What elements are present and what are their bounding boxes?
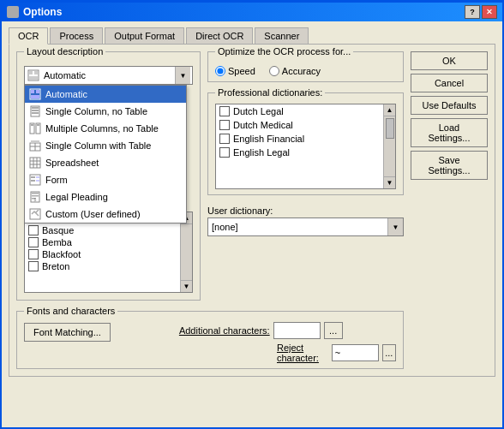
lang-basque-checkbox[interactable]: [28, 225, 39, 235]
svg-rect-28: [31, 180, 35, 182]
layout-option-spreadsheet[interactable]: Spreadsheet: [25, 154, 186, 171]
close-button[interactable]: ✕: [482, 5, 497, 19]
tab-ocr[interactable]: OCR: [9, 27, 48, 45]
dict-scroll-down[interactable]: ▼: [384, 176, 395, 188]
tab-scanner[interactable]: Scanner: [255, 27, 309, 45]
optimize-speed-label[interactable]: Speed: [215, 66, 255, 76]
user-dict-value: [none]: [212, 222, 238, 232]
svg-rect-11: [32, 112, 39, 114]
main-layout: Layout description Automatic: [16, 51, 488, 369]
svg-rect-27: [36, 176, 39, 178]
right-buttons: OK Cancel Use Defaults Load Settings... …: [411, 51, 488, 369]
font-matching-button[interactable]: Font Matching...: [24, 323, 111, 342]
dict-english-financial-label: English Financial: [233, 134, 304, 144]
fonts-title: Fonts and characters: [24, 306, 117, 316]
layout-selected: Automatic: [44, 70, 171, 80]
lang-basque-label: Basque: [42, 225, 74, 235]
lang-breton[interactable]: Breton: [25, 260, 192, 272]
optimize-accuracy-label[interactable]: Accuracy: [269, 66, 321, 76]
use-defaults-button[interactable]: Use Defaults: [411, 96, 488, 115]
dict-scroll-thumb: [386, 118, 394, 139]
dict-scrollbar[interactable]: ▲ ▼: [383, 104, 395, 188]
svg-rect-2: [34, 71, 38, 74]
dict-english-legal[interactable]: English Legal: [216, 146, 395, 159]
single-table-icon: [28, 139, 42, 152]
scroll-down-btn[interactable]: ▼: [181, 280, 192, 292]
layout-option-automatic[interactable]: Automatic: [25, 86, 186, 103]
svg-rect-29: [36, 180, 39, 182]
save-settings-button[interactable]: Save Settings...: [411, 151, 488, 180]
dict-dutch-medical-checkbox[interactable]: [219, 120, 230, 130]
dict-english-financial[interactable]: English Financial: [216, 132, 395, 146]
layout-auto-label: Automatic: [45, 89, 87, 99]
svg-rect-3: [29, 76, 38, 80]
user-dict-arrow: ▼: [393, 223, 399, 231]
content-area: OCR Process Output Format Direct OCR Sca…: [2, 21, 502, 382]
user-dict-label: User dictionary:: [207, 206, 404, 216]
svg-rect-9: [32, 107, 39, 109]
svg-rect-7: [31, 95, 39, 98]
svg-rect-14: [31, 124, 33, 126]
tab-process[interactable]: Process: [50, 27, 103, 45]
optimize-accuracy-text: Accuracy: [282, 66, 321, 76]
dict-english-legal-checkbox[interactable]: [219, 147, 230, 158]
optimize-speed-radio[interactable]: [215, 66, 225, 76]
svg-rect-1: [29, 71, 33, 74]
dict-dutch-legal-label: Dutch Legal: [233, 106, 284, 116]
layout-icon: [27, 69, 40, 82]
custom-icon: [28, 207, 42, 221]
layout-option-legal[interactable]: $ Legal Pleading: [25, 188, 186, 206]
ok-button[interactable]: OK: [411, 51, 488, 70]
layout-dropdown-list: Automatic Single Column, no Table: [24, 85, 187, 223]
dict-dutch-medical-label: Dutch Medical: [233, 120, 293, 130]
lang-blackfoot[interactable]: Blackfoot: [25, 248, 192, 260]
lang-blackfoot-checkbox[interactable]: [28, 249, 39, 259]
reject-char-label: Reject character:: [277, 343, 328, 363]
multi-col-icon: [28, 122, 42, 135]
optimize-speed-text: Speed: [228, 66, 255, 76]
layout-option-single-table[interactable]: Single Column with Table: [25, 137, 186, 154]
svg-rect-15: [37, 124, 39, 126]
optimize-accuracy-radio[interactable]: [269, 66, 279, 76]
user-dict-dropdown-btn[interactable]: ▼: [387, 218, 403, 235]
svg-rect-10: [32, 110, 39, 111]
window-title: Options: [23, 6, 62, 18]
dict-dutch-legal[interactable]: Dutch Legal: [216, 104, 395, 118]
additional-chars-browse-btn[interactable]: ...: [324, 322, 343, 339]
single-col-icon: [28, 104, 42, 118]
layout-option-form[interactable]: Form: [25, 171, 186, 188]
dict-list: Dutch Legal Dutch Medical English Financ…: [215, 104, 396, 189]
reject-char-browse-btn[interactable]: ...: [382, 344, 396, 361]
lang-basque[interactable]: Basque: [25, 224, 192, 236]
tab-output-format[interactable]: Output Format: [105, 27, 184, 45]
additional-chars-label: Additional characters:: [179, 325, 270, 336]
load-settings-button[interactable]: Load Settings...: [411, 118, 488, 147]
svg-rect-26: [31, 176, 35, 178]
cancel-button[interactable]: Cancel: [411, 74, 488, 92]
auto-layout-icon: [28, 87, 42, 101]
dict-english-financial-checkbox[interactable]: [219, 134, 230, 144]
lang-bemba[interactable]: Bemba: [25, 236, 192, 248]
layout-option-custom[interactable]: Custom (User defined): [25, 206, 186, 223]
form-icon: [28, 173, 42, 187]
tab-bar: OCR Process Output Format Direct OCR Sca…: [9, 27, 495, 44]
layout-option-multi-col[interactable]: Multiple Columns, no Table: [25, 120, 186, 137]
layout-dropdown[interactable]: Automatic ▼: [24, 66, 193, 85]
lang-scrollbar[interactable]: ▲ ▼: [180, 212, 192, 292]
spreadsheet-icon: [28, 156, 42, 170]
lang-bemba-label: Bemba: [42, 237, 72, 247]
lang-breton-checkbox[interactable]: [28, 261, 39, 271]
dict-dutch-medical[interactable]: Dutch Medical: [216, 118, 395, 132]
additional-chars-input[interactable]: [273, 322, 321, 339]
dict-scroll-up[interactable]: ▲: [384, 104, 395, 116]
window-icon: [7, 6, 19, 18]
lang-bemba-checkbox[interactable]: [28, 237, 39, 247]
optimize-section: Optimize the OCR process for... Speed Ac…: [207, 51, 404, 82]
legal-icon: $: [28, 190, 42, 204]
help-button[interactable]: ?: [465, 5, 480, 19]
reject-char-input[interactable]: [332, 344, 379, 361]
title-bar: Options ? ✕: [2, 3, 502, 21]
dict-dutch-legal-checkbox[interactable]: [219, 106, 230, 116]
layout-option-single-col[interactable]: Single Column, no Table: [25, 103, 186, 120]
tab-direct-ocr[interactable]: Direct OCR: [186, 27, 253, 45]
